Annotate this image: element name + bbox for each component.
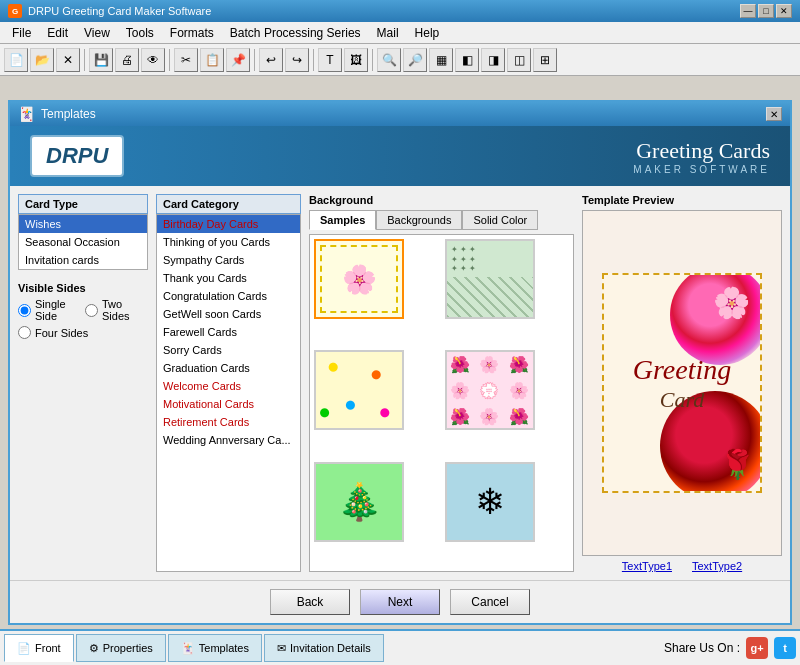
cancel-button[interactable]: Cancel xyxy=(450,589,530,615)
category-getwell[interactable]: GetWell soon Cards xyxy=(157,305,300,323)
menu-bar: File Edit View Tools Formats Batch Proce… xyxy=(0,22,800,44)
menu-edit[interactable]: Edit xyxy=(39,24,76,42)
toolbar-new[interactable]: 📄 xyxy=(4,48,28,72)
category-thankyou[interactable]: Thank you Cards xyxy=(157,269,300,287)
maximize-button[interactable]: □ xyxy=(758,4,774,18)
toolbar-close[interactable]: ✕ xyxy=(56,48,80,72)
background-samples-grid: 🌸 ✦ ✦ ✦✦ ✦ ✦✦ ✦ ✦ 🌺🌸🌺 xyxy=(309,234,574,572)
radio-single-side[interactable]: Single Side xyxy=(18,298,81,322)
category-sympathy[interactable]: Sympathy Cards xyxy=(157,251,300,269)
minimize-button[interactable]: — xyxy=(740,4,756,18)
menu-help[interactable]: Help xyxy=(407,24,448,42)
window-controls[interactable]: — □ ✕ xyxy=(740,4,792,18)
toolbar: 📄 📂 ✕ 💾 🖨 👁 ✂ 📋 📌 ↩ ↪ T 🖼 🔍 🔎 ▦ ◧ ◨ ◫ ⊞ xyxy=(0,44,800,76)
back-button[interactable]: Back xyxy=(270,589,350,615)
bg-sample-4[interactable]: 🌺🌸🌺 🌸💮🌸 🌺🌸🌺 xyxy=(445,350,535,430)
toolbar-zoom-in[interactable]: 🔍 xyxy=(377,48,401,72)
toolbar-paste[interactable]: 📌 xyxy=(226,48,250,72)
bg-sample-2[interactable]: ✦ ✦ ✦✦ ✦ ✦✦ ✦ ✦ xyxy=(445,239,535,319)
toolbar-barcode[interactable]: ▦ xyxy=(429,48,453,72)
tab-samples[interactable]: Samples xyxy=(309,210,376,230)
toolbar-extra4[interactable]: ⊞ xyxy=(533,48,557,72)
tab-solid-color[interactable]: Solid Color xyxy=(462,210,538,230)
visible-sides-section: Visible Sides Single Side Two Sides xyxy=(18,282,148,339)
status-tab-invitation[interactable]: ✉ Invitation Details xyxy=(264,634,384,662)
share-area: Share Us On : g+ t xyxy=(664,637,796,659)
google-plus-button[interactable]: g+ xyxy=(746,637,768,659)
twitter-button[interactable]: t xyxy=(774,637,796,659)
toolbar-save[interactable]: 💾 xyxy=(89,48,113,72)
preview-greeting-line2: Card xyxy=(633,387,732,413)
invitation-tab-icon: ✉ xyxy=(277,642,286,655)
front-tab-icon: 📄 xyxy=(17,642,31,655)
category-farewell[interactable]: Farewell Cards xyxy=(157,323,300,341)
category-thinking[interactable]: Thinking of you Cards xyxy=(157,233,300,251)
dialog-content: Card Type Wishes Seasonal Occasion Invit… xyxy=(10,186,790,623)
category-congratulation[interactable]: Congratulation Cards xyxy=(157,287,300,305)
templates-dialog: 🃏 Templates ✕ DRPU Greeting Cards MAKER … xyxy=(8,100,792,625)
toolbar-extra2[interactable]: ◨ xyxy=(481,48,505,72)
toolbar-extra1[interactable]: ◧ xyxy=(455,48,479,72)
status-tab-front[interactable]: 📄 Front xyxy=(4,634,74,662)
category-motivational[interactable]: Motivational Cards xyxy=(157,395,300,413)
tab-backgrounds[interactable]: Backgrounds xyxy=(376,210,462,230)
card-type-invitation[interactable]: Invitation cards xyxy=(19,251,147,269)
menu-formats[interactable]: Formats xyxy=(162,24,222,42)
properties-tab-icon: ⚙ xyxy=(89,642,99,655)
card-type-seasonal[interactable]: Seasonal Occasion xyxy=(19,233,147,251)
category-welcome[interactable]: Welcome Cards xyxy=(157,377,300,395)
category-wedding[interactable]: Wedding Annversary Ca... xyxy=(157,431,300,449)
menu-mail[interactable]: Mail xyxy=(369,24,407,42)
radio-row-top: Single Side Two Sides xyxy=(18,298,148,322)
radio-two-sides[interactable]: Two Sides xyxy=(85,298,148,322)
preview-panel: Template Preview 🌸 🌹 xyxy=(582,194,782,572)
app-name-main: Greeting Cards xyxy=(633,138,770,164)
toolbar-separator-3 xyxy=(254,49,255,71)
toolbar-print[interactable]: 🖨 xyxy=(115,48,139,72)
card-type-wishes[interactable]: Wishes xyxy=(19,215,147,233)
toolbar-redo[interactable]: ↪ xyxy=(285,48,309,72)
text-type2-link[interactable]: TextType2 xyxy=(692,560,742,572)
status-tab-properties[interactable]: ⚙ Properties xyxy=(76,634,166,662)
text-type1-link[interactable]: TextType1 xyxy=(622,560,672,572)
card-type-header: Card Type xyxy=(18,194,148,214)
bg-sample-6[interactable]: ❄ xyxy=(445,462,535,542)
toolbar-extra3[interactable]: ◫ xyxy=(507,48,531,72)
category-retirement[interactable]: Retirement Cards xyxy=(157,413,300,431)
category-sorry[interactable]: Sorry Cards xyxy=(157,341,300,359)
next-button[interactable]: Next xyxy=(360,589,440,615)
radio-four-input[interactable] xyxy=(18,326,31,339)
menu-batch[interactable]: Batch Processing Series xyxy=(222,24,369,42)
radio-four-sides[interactable]: Four Sides xyxy=(18,326,148,339)
app-name-sub: MAKER SOFTWARE xyxy=(633,164,770,175)
radio-single-input[interactable] xyxy=(18,304,31,317)
left-panel: Card Type Wishes Seasonal Occasion Invit… xyxy=(18,194,148,572)
menu-tools[interactable]: Tools xyxy=(118,24,162,42)
status-tab-templates[interactable]: 🃏 Templates xyxy=(168,634,262,662)
toolbar-cut[interactable]: ✂ xyxy=(174,48,198,72)
bg-sample-1[interactable]: 🌸 xyxy=(314,239,404,319)
dialog-close-button[interactable]: ✕ xyxy=(766,107,782,121)
menu-file[interactable]: File xyxy=(4,24,39,42)
bg-sample-3[interactable] xyxy=(314,350,404,430)
category-graduation[interactable]: Graduation Cards xyxy=(157,359,300,377)
toolbar-image[interactable]: 🖼 xyxy=(344,48,368,72)
preview-card: 🌸 🌹 Greeting Card xyxy=(602,273,762,493)
toolbar-open[interactable]: 📂 xyxy=(30,48,54,72)
category-birthday[interactable]: Birthday Day Cards xyxy=(157,215,300,233)
front-tab-label: Front xyxy=(35,642,61,654)
toolbar-text[interactable]: T xyxy=(318,48,342,72)
toolbar-separator-2 xyxy=(169,49,170,71)
bg-sample-5[interactable]: 🎄 xyxy=(314,462,404,542)
radio-group: Single Side Two Sides Four Sides xyxy=(18,298,148,339)
close-button[interactable]: ✕ xyxy=(776,4,792,18)
menu-view[interactable]: View xyxy=(76,24,118,42)
toolbar-preview[interactable]: 👁 xyxy=(141,48,165,72)
toolbar-copy[interactable]: 📋 xyxy=(200,48,224,72)
toolbar-zoom-out[interactable]: 🔎 xyxy=(403,48,427,72)
middle-panel: Card Category Birthday Day Cards Thinkin… xyxy=(156,194,301,572)
preview-box: 🌸 🌹 Greeting Card xyxy=(582,210,782,556)
radio-two-input[interactable] xyxy=(85,304,98,317)
visible-sides-label: Visible Sides xyxy=(18,282,148,294)
toolbar-undo[interactable]: ↩ xyxy=(259,48,283,72)
